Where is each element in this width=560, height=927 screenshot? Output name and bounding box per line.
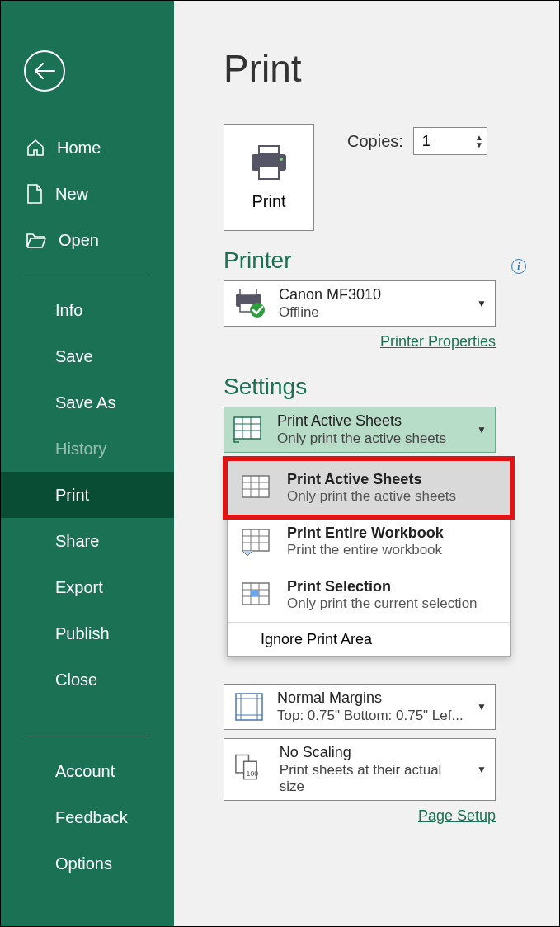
printer-icon [248, 144, 289, 181]
home-icon [26, 138, 45, 158]
selection-icon [241, 581, 274, 609]
chevron-down-icon: ▼ [477, 424, 487, 435]
nav-open[interactable]: Open [1, 217, 174, 263]
nav-label: Close [55, 671, 97, 689]
back-button[interactable] [24, 50, 65, 92]
option-subtitle: Print the entire workbook [287, 542, 444, 558]
option-subtitle: Only print the current selection [287, 595, 478, 612]
svg-rect-26 [242, 529, 269, 551]
nav-label: Options [55, 854, 112, 873]
nav-label: Print [55, 486, 89, 505]
printer-status-icon [233, 289, 267, 318]
document-icon [26, 183, 44, 205]
svg-rect-13 [236, 694, 262, 720]
nav-save[interactable]: Save [1, 333, 174, 379]
nav-history: History [1, 426, 174, 472]
dropdown-subtitle: Print sheets at their actual size [280, 762, 465, 795]
nav-label: Info [55, 301, 82, 320]
print-button-label: Print [252, 192, 285, 211]
nav-label: Feedback [55, 808, 128, 827]
option-print-selection[interactable]: Print Selection Only print the current s… [228, 568, 510, 622]
margins-icon [233, 690, 266, 723]
nav-print[interactable]: Print [1, 472, 174, 518]
nav-save-as[interactable]: Save As [1, 379, 174, 426]
separator [26, 736, 149, 736]
folder-open-icon [26, 231, 47, 249]
svg-text:100: 100 [247, 769, 259, 778]
printer-dropdown[interactable]: Canon MF3010 Offline ▼ [224, 280, 496, 327]
sheets-icon [233, 416, 266, 444]
svg-point-7 [250, 303, 265, 318]
nav-label: New [55, 185, 88, 204]
separator [26, 275, 149, 275]
svg-point-3 [280, 158, 283, 161]
nav-options[interactable]: Options [1, 840, 174, 887]
dropdown-title: No Scaling [280, 744, 465, 761]
printer-name: Canon MF3010 [279, 286, 381, 304]
nav-new[interactable]: New [1, 171, 174, 217]
printer-status: Offline [279, 304, 381, 321]
nav-info[interactable]: Info [1, 287, 174, 333]
svg-rect-8 [234, 417, 261, 439]
scaling-icon: 100 [233, 753, 268, 786]
svg-rect-36 [251, 590, 259, 596]
nav-label: Publish [55, 624, 110, 643]
nav-label: Open [59, 231, 99, 250]
option-subtitle: Only print the active sheets [287, 488, 456, 505]
copies-value: 1 [422, 133, 431, 150]
margins-dropdown[interactable]: Normal Margins Top: 0.75" Bottom: 0.75" … [224, 684, 496, 730]
print-button[interactable]: Print [224, 124, 314, 231]
nav-label: Share [55, 532, 99, 551]
option-print-active-sheets[interactable]: Print Active Sheets Only print the activ… [228, 461, 510, 515]
copies-label: Copies: [347, 132, 403, 151]
spinner-down-icon[interactable]: ▼ [475, 141, 483, 148]
printer-properties-link[interactable]: Printer Properties [224, 333, 496, 351]
nav-feedback[interactable]: Feedback [1, 794, 174, 840]
nav-label: Home [57, 139, 101, 158]
dropdown-title: Normal Margins [277, 689, 464, 707]
scaling-dropdown[interactable]: 100 No Scaling Print sheets at their act… [224, 738, 496, 801]
sheets-icon [241, 474, 274, 502]
nav-label: Save As [55, 393, 115, 412]
svg-rect-0 [259, 146, 279, 154]
option-title: Print Entire Workbook [287, 525, 444, 542]
info-icon[interactable]: i [511, 259, 526, 274]
svg-rect-2 [259, 166, 279, 179]
nav-account[interactable]: Account [1, 748, 174, 794]
nav-label: History [55, 440, 106, 459]
workbook-icon [241, 528, 274, 556]
nav-label: Account [55, 762, 115, 781]
option-print-entire-workbook[interactable]: Print Entire Workbook Print the entire w… [228, 515, 510, 568]
dropdown-subtitle: Top: 0.75" Bottom: 0.75" Lef... [277, 708, 464, 724]
nav-share[interactable]: Share [1, 518, 174, 564]
nav-label: Save [55, 347, 93, 366]
page-title: Print [224, 46, 526, 91]
page-setup-link[interactable]: Page Setup [224, 807, 496, 825]
option-title: Print Active Sheets [287, 471, 456, 488]
printer-section-title: Printer [224, 247, 291, 274]
dropdown-title: Print Active Sheets [277, 412, 446, 430]
nav-close[interactable]: Close [1, 656, 174, 703]
dropdown-subtitle: Only print the active sheets [277, 431, 446, 447]
option-ignore-print-area[interactable]: Ignore Print Area [228, 622, 510, 656]
copies-spinner[interactable]: 1 ▲ ▼ [413, 127, 487, 155]
nav-home[interactable]: Home [1, 125, 174, 171]
nav-export[interactable]: Export [1, 564, 174, 610]
print-what-dropdown[interactable]: Print Active Sheets Only print the activ… [224, 407, 496, 453]
settings-section-title: Settings [224, 374, 526, 400]
svg-rect-21 [242, 476, 269, 497]
nav-label: Export [55, 578, 103, 597]
option-title: Print Selection [287, 578, 478, 595]
chevron-down-icon: ▼ [477, 764, 487, 775]
backstage-sidebar: Home New Open Info Save Save As History … [1, 1, 174, 926]
svg-rect-5 [240, 289, 256, 295]
chevron-down-icon: ▼ [477, 701, 487, 713]
print-what-flyout: Print Active Sheets Only print the activ… [227, 460, 511, 657]
chevron-down-icon: ▼ [477, 298, 487, 309]
nav-publish[interactable]: Publish [1, 610, 174, 656]
